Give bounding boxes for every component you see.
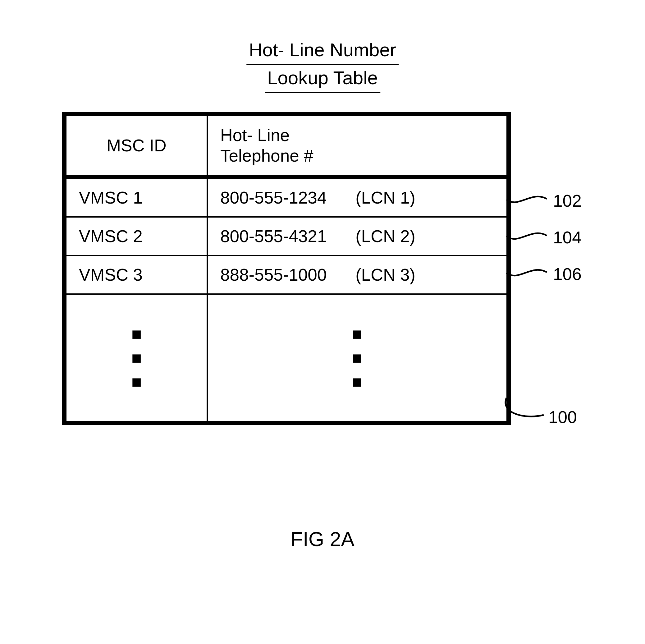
- ref-number: 104: [553, 227, 582, 248]
- title-line-1: Hot- Line Number: [246, 37, 399, 65]
- ref-number: 102: [553, 191, 582, 211]
- ellipsis-cell: ■■■: [207, 294, 508, 423]
- cell-phone: 800-555-4321 (LCN 2): [207, 217, 508, 256]
- callout-100: 100: [497, 398, 584, 435]
- table-row-ellipsis: ■■■ ■■■: [64, 294, 508, 423]
- vdots-icon: ■■■: [352, 322, 362, 394]
- ellipsis-cell: ■■■: [64, 294, 207, 423]
- header-msc-id: MSC ID: [64, 114, 207, 177]
- lcn-label: (LCN 3): [356, 265, 415, 285]
- header-hotline-l1: Hot- Line: [220, 126, 289, 145]
- vdots-icon: ■■■: [132, 322, 142, 394]
- phone-number: 800-555-4321: [220, 226, 351, 246]
- cell-phone: 888-555-1000 (LCN 3): [207, 256, 508, 294]
- table-header-row: MSC ID Hot- Line Telephone #: [64, 114, 508, 177]
- phone-number: 800-555-1234: [220, 188, 351, 208]
- ref-number: 100: [549, 407, 577, 427]
- table-row: VMSC 3 888-555-1000 (LCN 3): [64, 256, 508, 294]
- phone-number: 888-555-1000: [220, 265, 351, 285]
- lookup-table: MSC ID Hot- Line Telephone # VMSC 1 800-…: [62, 112, 511, 425]
- header-hotline: Hot- Line Telephone #: [207, 114, 508, 177]
- table-title: Hot- Line Number Lookup Table: [246, 37, 399, 93]
- cell-msc: VMSC 3: [64, 256, 207, 294]
- page: Hot- Line Number Lookup Table MSC ID Hot…: [0, 0, 645, 644]
- callout-102: 102: [506, 187, 587, 212]
- lcn-label: (LCN 1): [356, 188, 415, 208]
- lookup-table-wrap: MSC ID Hot- Line Telephone # VMSC 1 800-…: [62, 112, 506, 425]
- table-row: VMSC 2 800-555-4321 (LCN 2): [64, 217, 508, 256]
- ref-number: 106: [553, 264, 582, 284]
- cell-msc: VMSC 2: [64, 217, 207, 256]
- cell-phone: 800-555-1234 (LCN 1): [207, 177, 508, 217]
- header-hotline-l2: Telephone #: [220, 146, 313, 165]
- table-row: VMSC 1 800-555-1234 (LCN 1): [64, 177, 508, 217]
- figure-label: FIG 2A: [290, 527, 355, 551]
- title-line-2: Lookup Table: [265, 65, 380, 93]
- lcn-label: (LCN 2): [356, 226, 415, 246]
- cell-msc: VMSC 1: [64, 177, 207, 217]
- callout-106: 106: [506, 261, 587, 285]
- callout-104: 104: [506, 224, 587, 249]
